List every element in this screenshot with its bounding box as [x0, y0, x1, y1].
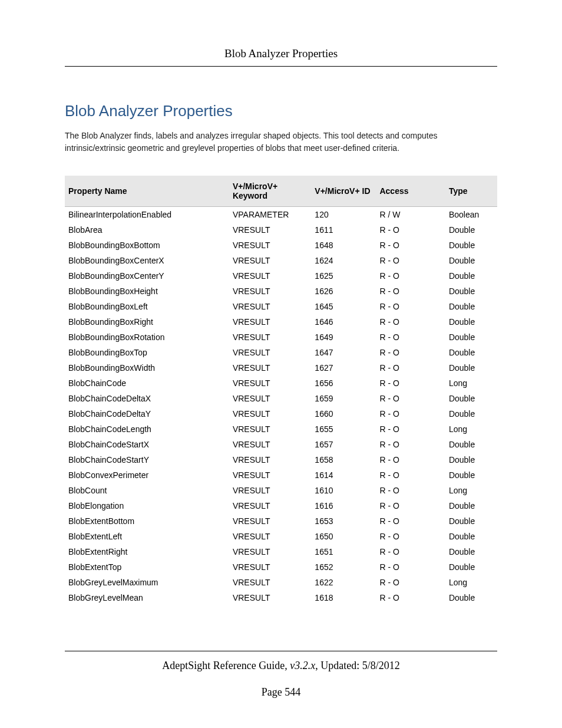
cell-id: 1657 — [311, 437, 376, 452]
page-number: Page 544 — [65, 686, 497, 699]
cell-access: R - O — [376, 222, 445, 238]
table-row: BlobChainCodeLengthVRESULT1655R - OLong — [65, 421, 497, 437]
cell-name: BlobExtentLeft — [65, 529, 229, 544]
cell-id: 1627 — [311, 360, 376, 375]
cell-id: 1646 — [311, 314, 376, 330]
cell-keyword: VRESULT — [229, 483, 311, 498]
cell-type: Double — [445, 314, 497, 330]
cell-id: 1645 — [311, 299, 376, 314]
table-row: BlobExtentBottomVRESULT1653R - ODouble — [65, 513, 497, 529]
table-row: BlobBoundingBoxHeightVRESULT1626R - ODou… — [65, 284, 497, 299]
cell-access: R - O — [376, 559, 445, 575]
cell-access: R - O — [376, 544, 445, 559]
cell-id: 1659 — [311, 391, 376, 406]
cell-access: R - O — [376, 498, 445, 513]
table-row: BlobBoundingBoxRotationVRESULT1649R - OD… — [65, 330, 497, 345]
cell-keyword: VRESULT — [229, 498, 311, 513]
cell-id: 1614 — [311, 467, 376, 483]
properties-table: Property Name V+/MicroV+ Keyword V+/Micr… — [65, 176, 497, 605]
table-row: BlobChainCodeStartXVRESULT1657R - ODoubl… — [65, 437, 497, 452]
cell-name: BlobBoundingBoxCenterY — [65, 268, 229, 284]
cell-id: 1610 — [311, 483, 376, 498]
cell-keyword: VRESULT — [229, 575, 311, 590]
table-row: BlobBoundingBoxRightVRESULT1646R - ODoub… — [65, 314, 497, 330]
cell-name: BlobBoundingBoxLeft — [65, 299, 229, 314]
cell-access: R - O — [376, 238, 445, 253]
cell-access: R - O — [376, 513, 445, 529]
cell-name: BlobExtentBottom — [65, 513, 229, 529]
cell-type: Double — [445, 222, 497, 238]
cell-type: Double — [445, 391, 497, 406]
cell-id: 1650 — [311, 529, 376, 544]
cell-type: Long — [445, 575, 497, 590]
cell-access: R - O — [376, 437, 445, 452]
cell-type: Double — [445, 238, 497, 253]
cell-id: 1626 — [311, 284, 376, 299]
cell-id: 1658 — [311, 452, 376, 467]
cell-type: Long — [445, 483, 497, 498]
cell-name: BlobBoundingBoxRotation — [65, 330, 229, 345]
cell-type: Double — [445, 467, 497, 483]
cell-type: Double — [445, 268, 497, 284]
section-title: Blob Analyzer Properties — [65, 102, 497, 120]
cell-id: 1647 — [311, 345, 376, 360]
cell-keyword: VRESULT — [229, 222, 311, 238]
col-header-id: V+/MicroV+ ID — [311, 176, 376, 207]
cell-keyword: VRESULT — [229, 284, 311, 299]
running-header: Blob Analyzer Properties — [65, 47, 497, 67]
cell-access: R - O — [376, 268, 445, 284]
table-row: BlobBoundingBoxLeftVRESULT1645R - ODoubl… — [65, 299, 497, 314]
footer-text: AdeptSight Reference Guide, v3.2.x, Upda… — [65, 660, 497, 672]
cell-type: Long — [445, 421, 497, 437]
cell-keyword: VRESULT — [229, 299, 311, 314]
cell-keyword: VRESULT — [229, 452, 311, 467]
cell-id: 1653 — [311, 513, 376, 529]
cell-type: Double — [445, 253, 497, 268]
cell-access: R - O — [376, 421, 445, 437]
cell-name: BlobChainCodeDeltaY — [65, 406, 229, 421]
table-row: BlobBoundingBoxTopVRESULT1647R - ODouble — [65, 345, 497, 360]
cell-name: BlobArea — [65, 222, 229, 238]
cell-type: Double — [445, 360, 497, 375]
cell-name: BlobExtentRight — [65, 544, 229, 559]
cell-name: BlobBoundingBoxBottom — [65, 238, 229, 253]
cell-id: 1649 — [311, 330, 376, 345]
cell-name: BilinearInterpolationEnabled — [65, 207, 229, 223]
footer-guide: AdeptSight Reference Guide — [162, 660, 285, 671]
table-row: BlobCountVRESULT1610R - OLong — [65, 483, 497, 498]
table-row: BlobExtentTopVRESULT1652R - ODouble — [65, 559, 497, 575]
cell-type: Double — [445, 590, 497, 605]
cell-keyword: VRESULT — [229, 544, 311, 559]
cell-keyword: VRESULT — [229, 467, 311, 483]
cell-id: 1624 — [311, 253, 376, 268]
cell-access: R - O — [376, 391, 445, 406]
cell-keyword: VRESULT — [229, 345, 311, 360]
cell-id: 1651 — [311, 544, 376, 559]
cell-id: 1648 — [311, 238, 376, 253]
cell-keyword: VRESULT — [229, 590, 311, 605]
cell-access: R - O — [376, 284, 445, 299]
cell-type: Double — [445, 544, 497, 559]
cell-access: R - O — [376, 452, 445, 467]
cell-access: R - O — [376, 253, 445, 268]
table-header-row: Property Name V+/MicroV+ Keyword V+/Micr… — [65, 176, 497, 207]
cell-id: 120 — [311, 207, 376, 223]
table-row: BlobElongationVRESULT1616R - ODouble — [65, 498, 497, 513]
col-header-name: Property Name — [65, 176, 229, 207]
cell-keyword: VRESULT — [229, 391, 311, 406]
cell-name: BlobBoundingBoxRight — [65, 314, 229, 330]
cell-keyword: VRESULT — [229, 421, 311, 437]
cell-access: R - O — [376, 406, 445, 421]
table-row: BlobChainCodeDeltaYVRESULT1660R - ODoubl… — [65, 406, 497, 421]
cell-access: R - O — [376, 375, 445, 391]
cell-access: R - O — [376, 483, 445, 498]
table-row: BlobBoundingBoxCenterYVRESULT1625R - ODo… — [65, 268, 497, 284]
footer-version: , v3.2.x — [285, 660, 315, 671]
cell-name: BlobBoundingBoxTop — [65, 345, 229, 360]
cell-type: Double — [445, 498, 497, 513]
cell-access: R - O — [376, 345, 445, 360]
cell-name: BlobCount — [65, 483, 229, 498]
cell-name: BlobChainCode — [65, 375, 229, 391]
cell-type: Double — [445, 529, 497, 544]
table-row: BlobBoundingBoxCenterXVRESULT1624R - ODo… — [65, 253, 497, 268]
